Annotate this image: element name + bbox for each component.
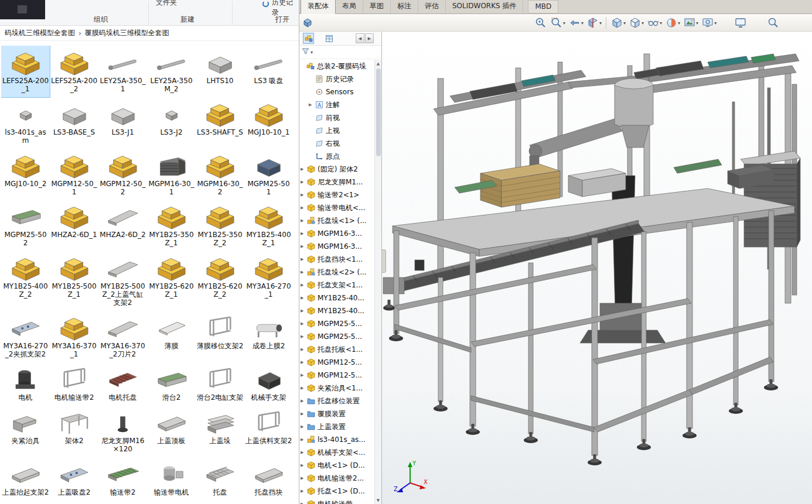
file-item[interactable]: 成卷上膜2 bbox=[244, 311, 293, 362]
file-item[interactable]: MY1B25-500Z_2上盖气缸支架2 bbox=[98, 251, 147, 311]
file-item[interactable]: ls3-401s_asm bbox=[1, 97, 50, 149]
file-item[interactable]: 电机输送带2 bbox=[50, 362, 98, 406]
file-item[interactable]: MY3A16-370_2刀片2 bbox=[98, 311, 147, 362]
tree-item[interactable]: Sensors bbox=[299, 85, 374, 98]
scrollbar-thumb[interactable] bbox=[376, 68, 381, 156]
file-item[interactable]: 上盖顶板 bbox=[147, 406, 196, 457]
file-item[interactable]: 夹紧治具 bbox=[1, 406, 50, 457]
scroll-down-button[interactable]: ▼ bbox=[375, 496, 382, 504]
expand-arrow-icon[interactable]: ▶ bbox=[309, 102, 315, 107]
expand-arrow-icon[interactable]: ▶ bbox=[301, 231, 307, 236]
expand-arrow-icon[interactable]: ▶ bbox=[301, 218, 307, 223]
file-item[interactable]: 电机托盘 bbox=[98, 362, 147, 406]
tab-scroll-right-button[interactable]: ▶ bbox=[365, 33, 374, 43]
breadcrumb-item-current[interactable]: 覆膜码垛机三维模型全套图 bbox=[85, 28, 169, 38]
expand-arrow-icon[interactable]: ▶ bbox=[301, 450, 307, 455]
file-item[interactable]: MGPM12-50_2 bbox=[98, 149, 147, 200]
file-item[interactable]: 架体2 bbox=[50, 406, 98, 457]
file-item[interactable]: 上盖供料支架2 bbox=[244, 406, 293, 457]
panel-splitter-handle[interactable] bbox=[382, 249, 386, 273]
file-item[interactable]: MY1B25-400Z_2 bbox=[1, 251, 50, 311]
file-item[interactable]: MY1B25-400Z_1 bbox=[244, 200, 293, 251]
apply-scene-icon[interactable]: ▾ bbox=[683, 16, 699, 30]
tree-item[interactable]: ▶MGPM12-5... bbox=[299, 369, 374, 382]
section-view-icon[interactable]: ▾ bbox=[586, 16, 602, 30]
tree-item[interactable]: ▶尼龙支脚M1... bbox=[299, 176, 374, 188]
file-item[interactable]: LEY25A-350_1 bbox=[98, 46, 147, 97]
file-item[interactable]: 薄膜 bbox=[147, 311, 196, 362]
tree-item[interactable]: 上视 bbox=[299, 124, 374, 137]
file-item[interactable]: MHZA2-6D_2 bbox=[98, 200, 147, 251]
expand-arrow-icon[interactable]: ▶ bbox=[301, 347, 307, 352]
expand-arrow-icon[interactable]: ▶ bbox=[301, 167, 307, 172]
tree-item[interactable]: ▶托盘托板<1... bbox=[299, 343, 374, 356]
expand-arrow-icon[interactable]: ▶ bbox=[301, 386, 307, 390]
breadcrumb-item-parent[interactable]: 码垛机三维模型全套图 bbox=[5, 28, 75, 38]
file-item[interactable]: 上盖吸盘2 bbox=[50, 457, 98, 500]
file-item[interactable]: LEFS25A-200_2 bbox=[50, 46, 98, 97]
dropdown-caret-icon[interactable]: ▾ bbox=[599, 20, 602, 26]
command-tab-4[interactable]: 标注 bbox=[391, 0, 418, 13]
scroll-up-button[interactable]: ▲ bbox=[375, 60, 382, 67]
display-style-icon[interactable]: ▾ bbox=[628, 16, 644, 30]
expand-arrow-icon[interactable]: ▶ bbox=[301, 476, 307, 481]
graphics-area[interactable]: Y X Z bbox=[382, 32, 812, 504]
tree-item[interactable]: ▶托盘<1> (D... bbox=[299, 485, 374, 498]
full-screen-icon[interactable] bbox=[733, 16, 748, 30]
file-item[interactable]: MY1B25-350Z_2 bbox=[196, 200, 244, 251]
expand-arrow-icon[interactable]: ▶ bbox=[301, 205, 307, 210]
command-tab-2[interactable]: 布局 bbox=[336, 0, 363, 13]
command-tab-5[interactable]: 评估 bbox=[418, 0, 446, 13]
previous-view-icon[interactable]: ▾ bbox=[568, 16, 584, 30]
tree-item[interactable]: ▶MY1B25-40... bbox=[299, 292, 374, 304]
file-item[interactable]: 薄膜移位支架2 bbox=[196, 311, 244, 362]
file-item[interactable]: MY1B25-620Z_1 bbox=[147, 251, 196, 311]
tree-item[interactable]: ▶MGPM12-5... bbox=[299, 356, 374, 369]
tree-item[interactable]: ▶A注解 bbox=[299, 98, 374, 111]
expand-arrow-icon[interactable]: ▶ bbox=[301, 193, 307, 197]
expand-arrow-icon[interactable]: ▶ bbox=[301, 244, 307, 249]
file-item[interactable]: MGJ10-10_1 bbox=[244, 97, 293, 149]
dropdown-caret-icon[interactable]: ▾ bbox=[563, 20, 565, 26]
file-item[interactable]: LS3-J2 bbox=[147, 97, 196, 149]
expand-arrow-icon[interactable]: ▶ bbox=[301, 296, 307, 300]
tree-item[interactable]: 右视 bbox=[299, 137, 374, 150]
cube-icon[interactable] bbox=[301, 16, 314, 29]
file-item[interactable]: MGPM25-50 2 bbox=[1, 200, 50, 251]
feature-tree-scrollbar[interactable]: ▲ ▼ bbox=[374, 60, 381, 504]
file-item[interactable]: LS3-BASE_S bbox=[50, 97, 98, 149]
file-item[interactable]: LHTS10 bbox=[196, 46, 244, 97]
tree-item[interactable]: ▶上盖装置 bbox=[299, 420, 374, 433]
tree-item[interactable]: ▶输送带2<1> bbox=[299, 188, 374, 201]
file-item[interactable]: MHZA2-6D_1 bbox=[50, 200, 98, 251]
tree-item[interactable]: ▶MGPM25-5... bbox=[299, 330, 374, 343]
edit-appearance-icon[interactable]: ▾ bbox=[664, 16, 681, 30]
file-item[interactable]: 上盖垛 bbox=[196, 406, 244, 457]
file-item[interactable]: MGPM16-30_2 bbox=[196, 149, 244, 200]
expand-arrow-icon[interactable]: ▶ bbox=[301, 257, 307, 262]
dropdown-caret-icon[interactable]: ▾ bbox=[660, 20, 662, 26]
file-item[interactable]: 托盘 bbox=[196, 457, 244, 500]
file-item[interactable]: MGPM25-50 1 bbox=[244, 149, 293, 200]
file-item[interactable]: LS3-J1 bbox=[98, 97, 147, 149]
tree-item[interactable]: ▶托盘挡块<1... bbox=[299, 253, 374, 266]
magnifier-icon[interactable] bbox=[766, 16, 780, 30]
expand-arrow-icon[interactable]: ▶ bbox=[301, 399, 307, 403]
zoom-to-area-icon[interactable]: ▾ bbox=[550, 16, 566, 30]
file-item[interactable]: LS3 吸盘 bbox=[244, 46, 293, 97]
file-item[interactable]: LEY25A-350M_2 bbox=[147, 46, 196, 97]
tree-item[interactable]: ▶托盘支架<1... bbox=[299, 279, 374, 292]
file-item[interactable]: MY3A16-270_2夹抓支架2 bbox=[1, 311, 50, 362]
tree-item[interactable]: ▶电机输送带2... bbox=[299, 472, 374, 485]
file-item[interactable]: LEFS25A-200_1 bbox=[1, 46, 50, 97]
file-item[interactable]: MY1B25-620Z_2 bbox=[196, 251, 244, 311]
file-item[interactable]: MGPM16-30_1 bbox=[147, 149, 196, 200]
orientation-triad[interactable]: Y X Z bbox=[393, 457, 430, 495]
expand-arrow-icon[interactable]: ▶ bbox=[301, 437, 307, 442]
tree-item[interactable]: 前视 bbox=[299, 111, 374, 124]
tree-item[interactable]: ▶机械手支架<... bbox=[299, 446, 374, 459]
expand-arrow-icon[interactable]: ▶ bbox=[301, 180, 307, 184]
tree-item[interactable]: ▶MGPM16-3... bbox=[299, 240, 374, 253]
hide-show-items-icon[interactable]: ▾ bbox=[646, 16, 663, 30]
expand-arrow-icon[interactable]: ▶ bbox=[301, 502, 307, 504]
